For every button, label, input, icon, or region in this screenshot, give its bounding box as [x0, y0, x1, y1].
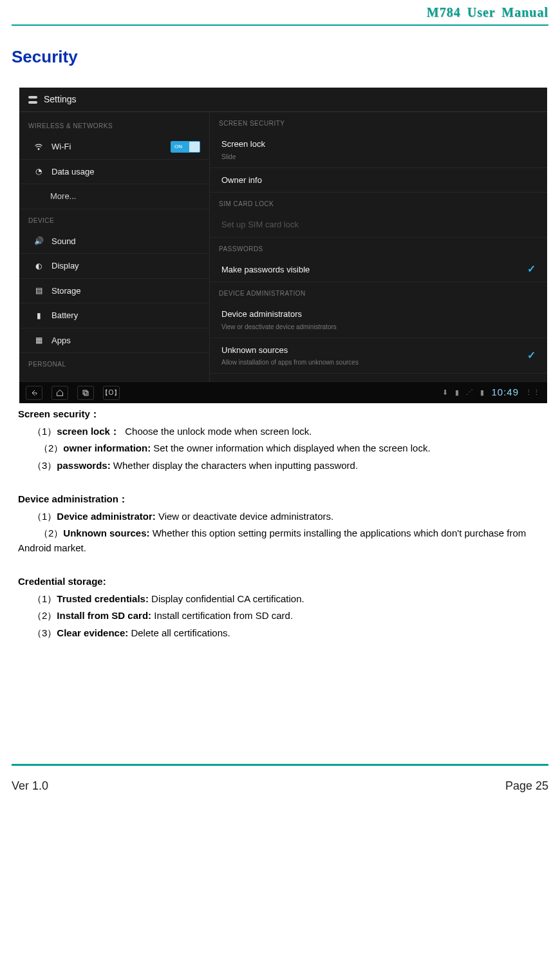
sim-lock-title: Set up SIM card lock [221, 218, 536, 231]
footer-page: Page 25 [505, 777, 548, 795]
back-button[interactable] [26, 386, 42, 400]
svg-point-0 [38, 148, 39, 149]
category-personal: PERSONAL [19, 353, 209, 373]
heading-credential-storage: Credential storage: [18, 575, 547, 589]
settings-topbar: Settings [19, 88, 547, 112]
doc-header-title: M784 User Manual [12, 0, 548, 24]
screen-lock-sub: Slide [221, 152, 536, 162]
download-icon: ⬇ [442, 387, 449, 398]
recents-button[interactable] [77, 386, 94, 400]
apps-icon: ▦ [33, 335, 44, 345]
sidebar-item-data-usage[interactable]: ◔ Data usage [19, 160, 209, 185]
page-footer: Ver 1.0 Page 25 [12, 756, 548, 809]
more-label: More... [50, 190, 76, 203]
sidebar-item-sound[interactable]: 🔊 Sound [19, 229, 209, 254]
unknown-title: Unknown sources [221, 344, 536, 357]
home-button[interactable] [51, 386, 68, 400]
row-screen-lock[interactable]: Screen lock Slide [210, 132, 547, 168]
display-label: Display [51, 260, 79, 272]
header-rule [12, 24, 548, 26]
para-install-sd: （2）Install from SD card: Install certifi… [18, 609, 547, 623]
footer-rule [12, 764, 548, 766]
battery-icon: ▮ [33, 310, 44, 321]
device-admin-sub: View or deactivate device administrators [221, 322, 536, 332]
rcat-device-admin: DEVICE ADMINISTRATION [210, 282, 547, 302]
para-owner-info: （2）owner information: Set the owner info… [18, 441, 547, 456]
display-icon: ◐ [33, 261, 44, 271]
status-area[interactable]: ⬇ ▮ ⋰ ▮ 10:49 ⋮⋮ [442, 385, 541, 400]
rcat-passwords: PASSWORDS [210, 238, 547, 258]
sidebar-item-storage[interactable]: ▤ Storage [19, 279, 209, 304]
wifi-toggle[interactable]: ON [171, 141, 200, 153]
data-usage-icon: ◔ [33, 166, 44, 176]
settings-sidebar: WIRELESS & NETWORKS Wi-Fi ON ◔ Data usag… [19, 112, 210, 381]
para-passwords: （3）passwords: Whether display the charac… [18, 459, 547, 473]
heading-device-admin: Device administration： [18, 492, 547, 507]
storage-icon: ▤ [33, 285, 44, 296]
row-pwd-visible[interactable]: Make passwords visible ✓ [210, 258, 547, 283]
battery-label: Battery [51, 309, 78, 322]
apps-label: Apps [51, 334, 71, 347]
clock-time: 10:49 [491, 385, 519, 400]
rcat-screen-security: SCREEN SECURITY [210, 112, 547, 132]
svg-rect-1 [83, 390, 87, 394]
settings-title: Settings [44, 93, 77, 106]
sidebar-item-battery[interactable]: ▮ Battery [19, 303, 209, 328]
expand-icon: ⋮⋮ [525, 387, 541, 398]
screenshot-button[interactable]: 【O】 [103, 386, 120, 400]
pwd-visible-title: Make passwords visible [221, 263, 536, 276]
unknown-sub: Allow installation of apps from unknown … [221, 357, 536, 367]
row-device-admin[interactable]: Device administrators View or deactivate… [210, 302, 547, 338]
para-unknown-sources: （2）Unknown sources: Whether this option … [18, 526, 547, 555]
row-sim-lock: Set up SIM card lock [210, 213, 547, 238]
category-device: DEVICE [19, 209, 209, 229]
battery-status-icon: ▮ [480, 387, 485, 398]
screen-lock-title: Screen lock [221, 138, 536, 151]
sidebar-item-wifi[interactable]: Wi-Fi ON [19, 135, 209, 160]
settings-detail: SCREEN SECURITY Screen lock Slide Owner … [210, 112, 547, 381]
settings-screenshot: Settings WIRELESS & NETWORKS Wi-Fi ON ◔ … [19, 88, 547, 403]
sound-icon: 🔊 [33, 236, 44, 246]
sidebar-item-apps[interactable]: ▦ Apps [19, 328, 209, 354]
footer-version: Ver 1.0 [12, 777, 48, 795]
wifi-icon [33, 142, 44, 152]
device-admin-title: Device administrators [221, 308, 536, 321]
para-trusted-cred: （1）Trusted credentials: Display confiden… [18, 592, 547, 607]
check-icon: ✓ [527, 348, 536, 363]
rcat-cred-storage: CREDENTIAL STORAGE [210, 374, 547, 381]
sound-label: Sound [51, 235, 76, 248]
wifi-status-icon: ⋰ [466, 387, 474, 398]
row-owner-info[interactable]: Owner info [210, 168, 547, 193]
rcat-sim-lock: SIM CARD LOCK [210, 193, 547, 213]
storage-label: Storage [51, 285, 81, 298]
heading-screen-security: Screen security： [18, 407, 547, 422]
sliders-icon [28, 95, 37, 104]
system-navbar: 【O】 ⬇ ▮ ⋰ ▮ 10:49 ⋮⋮ [19, 381, 547, 403]
para-screen-lock: （1）screen lock： Choose the unlock mode w… [18, 424, 547, 439]
para-clear-evidence: （3）Clear evidence: Delete all certificat… [18, 626, 547, 641]
sidebar-item-location[interactable]: ⟐ Location services [19, 373, 209, 381]
svg-rect-2 [84, 392, 88, 395]
wifi-label: Wi-Fi [51, 140, 71, 153]
data-usage-label: Data usage [51, 166, 95, 178]
document-body: Screen security： （1）screen lock： Choose … [12, 407, 548, 640]
owner-info-title: Owner info [221, 174, 536, 187]
sidebar-item-more[interactable]: More... [19, 184, 209, 209]
section-title: Security [12, 44, 548, 70]
row-unknown-sources[interactable]: Unknown sources Allow installation of ap… [210, 338, 547, 374]
signal-icon: ▮ [455, 387, 460, 398]
check-icon: ✓ [527, 261, 536, 277]
sidebar-item-display[interactable]: ◐ Display [19, 254, 209, 279]
para-device-admin: （1）Device administrator: View or deactiv… [18, 509, 547, 524]
category-wireless: WIRELESS & NETWORKS [19, 115, 209, 135]
